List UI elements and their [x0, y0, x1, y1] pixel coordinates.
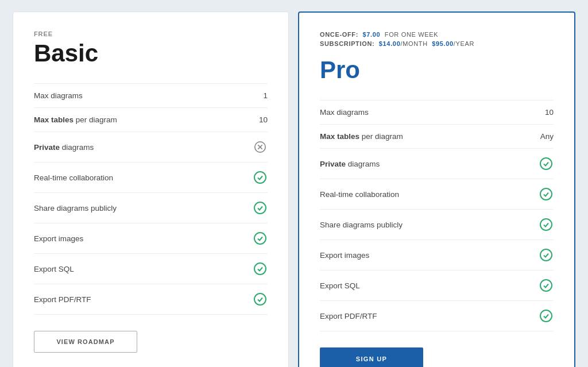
once-off-suffix: FOR ONE WEEK [385, 31, 438, 38]
check-icon [253, 170, 268, 185]
table-row: Max tables per diagram Any [320, 125, 554, 149]
feature-label: Private diagrams [320, 160, 380, 168]
table-row: Export SQL [320, 271, 554, 301]
svg-point-11 [540, 249, 552, 261]
once-off-pricing-row: ONCE-OFF: $7.00 FOR ONE WEEK [320, 31, 554, 38]
svg-point-4 [254, 202, 266, 214]
svg-point-5 [254, 233, 266, 244]
pricing-container: FREE Basic Max diagrams 1 Max tables per… [13, 11, 575, 367]
feature-value: 1 [263, 91, 268, 100]
once-off-label: ONCE-OFF: [320, 31, 358, 38]
svg-point-9 [540, 188, 552, 200]
check-icon [539, 187, 554, 202]
sub-yearly-price: $95.00 [432, 40, 454, 47]
check-icon [539, 278, 554, 293]
feature-value: Any [540, 132, 554, 141]
feature-label: Max diagrams [34, 91, 83, 100]
feature-label: Export SQL [320, 281, 360, 290]
sub-label: SUBSCRIPTION: [320, 40, 374, 47]
sub-monthly-suffix: /MONTH [400, 40, 427, 47]
basic-plan-card: FREE Basic Max diagrams 1 Max tables per… [13, 11, 289, 367]
sign-up-button[interactable]: SIGN UP [320, 347, 423, 367]
check-icon [539, 308, 554, 323]
feature-label: Share diagrams publicly [320, 221, 403, 229]
basic-features-list: Max diagrams 1 Max tables per diagram 10… [34, 83, 268, 315]
view-roadmap-button[interactable]: VIEW ROADMAP [34, 331, 137, 353]
check-icon [253, 231, 268, 246]
table-row: Export SQL [34, 254, 268, 284]
table-row: Real-time collaboration [320, 179, 554, 210]
table-row: Export images [34, 223, 268, 254]
check-icon [539, 217, 554, 232]
feature-label: Export SQL [34, 265, 74, 273]
subscription-pricing-row: SUBSCRIPTION: $14.00/MONTH $95.00/YEAR [320, 40, 554, 47]
table-row: Export images [320, 240, 554, 271]
cross-icon [253, 140, 268, 154]
svg-point-13 [540, 310, 552, 322]
check-icon [539, 248, 554, 262]
svg-point-12 [540, 280, 552, 291]
svg-point-6 [254, 263, 266, 275]
check-icon [253, 200, 268, 215]
table-row: Private diagrams [320, 149, 554, 179]
sub-monthly-price: $14.00 [379, 40, 401, 47]
check-icon [253, 292, 268, 307]
svg-point-10 [540, 219, 552, 230]
table-row: Export PDF/RTF [34, 284, 268, 315]
feature-label: Share diagrams publicly [34, 204, 117, 213]
table-row: Real-time collaboration [34, 163, 268, 193]
feature-label: Export images [34, 234, 83, 243]
check-icon [253, 261, 268, 276]
table-row: Share diagrams publicly [34, 193, 268, 223]
basic-plan-label: FREE [34, 30, 268, 37]
check-icon [539, 156, 554, 171]
table-row: Export PDF/RTF [320, 301, 554, 331]
pro-pricing-info: ONCE-OFF: $7.00 FOR ONE WEEK SUBSCRIPTIO… [320, 31, 554, 47]
once-off-price: $7.00 [362, 31, 380, 38]
feature-value: 10 [259, 115, 268, 124]
table-row: Max tables per diagram 10 [34, 108, 268, 132]
feature-label: Export images [320, 251, 369, 260]
svg-point-3 [254, 172, 266, 183]
pro-features-list: Max diagrams 10 Max tables per diagram A… [320, 100, 554, 331]
feature-label: Max tables per diagram [34, 115, 117, 124]
feature-label: Export PDF/RTF [320, 312, 377, 320]
feature-value: 10 [545, 108, 554, 117]
feature-label: Export PDF/RTF [34, 295, 91, 304]
pro-plan-card: ONCE-OFF: $7.00 FOR ONE WEEK SUBSCRIPTIO… [298, 11, 575, 367]
table-row: Max diagrams 1 [34, 83, 268, 108]
table-row: Private diagrams [34, 132, 268, 163]
svg-point-8 [540, 158, 552, 169]
feature-label: Real-time collaboration [34, 173, 113, 182]
feature-label: Max tables per diagram [320, 132, 403, 141]
svg-point-7 [254, 293, 266, 305]
sub-yearly-suffix: /YEAR [454, 40, 474, 47]
feature-label: Max diagrams [320, 108, 369, 117]
table-row: Max diagrams 10 [320, 100, 554, 125]
feature-label: Real-time collaboration [320, 190, 399, 199]
table-row: Share diagrams publicly [320, 210, 554, 240]
basic-plan-name: Basic [34, 40, 268, 67]
feature-label: Private diagrams [34, 143, 94, 152]
pro-plan-name: Pro [320, 56, 554, 84]
